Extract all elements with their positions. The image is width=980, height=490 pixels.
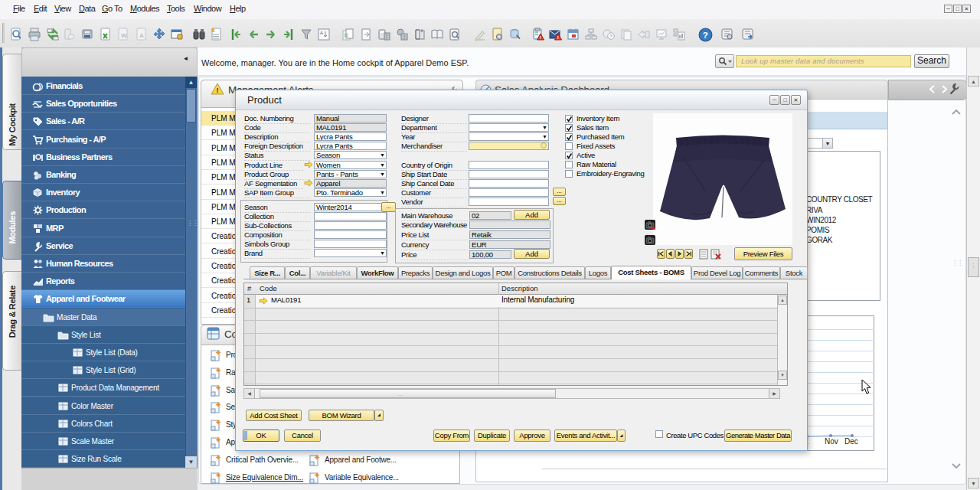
svg-text:W: W [121, 32, 127, 39]
svg-text:!: ! [557, 35, 559, 40]
svg-text:!: ! [540, 35, 541, 40]
svg-text:!: ! [216, 87, 218, 94]
svg-text:?: ? [703, 30, 708, 40]
svg-text:A: A [320, 31, 323, 35]
svg-text:A: A [139, 32, 144, 39]
